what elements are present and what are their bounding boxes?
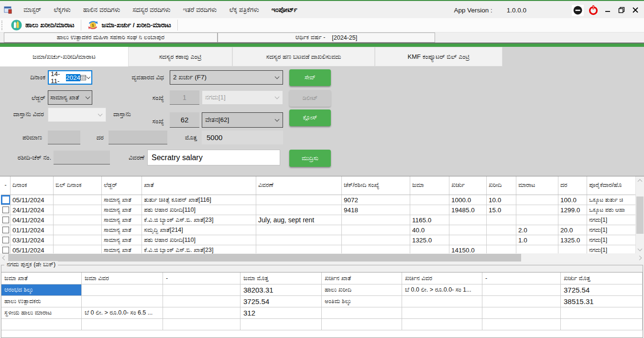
cell-expense[interactable] [449, 235, 487, 245]
daybook-cell-selected[interactable]: ಆರಂಭದ ಶಿಲ್ಕು [1, 284, 82, 295]
daybook-cell[interactable]: 38515.31 [561, 296, 643, 307]
ledger-select[interactable]: ಸಾಮಾನ್ಯ ಖಾತೆ [48, 90, 92, 105]
table-row[interactable]: 05/11/2024 ಸಾಮಾನ್ಯ ಖಾತೆ ತುರ್ತು ಚಿಕಿತ್ಸೆ … [1, 195, 636, 205]
cell-account[interactable]: ಸಮೃದ್ಧಿ ಖಾತೆ[214] [142, 225, 256, 235]
row-checkbox[interactable] [1, 235, 11, 245]
number1-input[interactable]: 1 [170, 90, 199, 105]
menu-account-sheets[interactable]: ಲೆಕ್ಕ ಪತ್ರಿಕೆಗಳು [223, 2, 265, 18]
number2-input[interactable]: 62 [170, 112, 199, 128]
grid-header-purchase[interactable]: ಖರೀದಿ [487, 176, 516, 195]
vertical-scrollbar[interactable] [635, 176, 644, 253]
cell-ledger[interactable]: ಸಾಮಾನ್ಯ ಖಾತೆ [102, 205, 142, 215]
close-form-button[interactable]: ಕ್ಲೋಸ್ [289, 109, 331, 126]
menu-other-reports[interactable]: ಇತರೆ ವರದಿಗಳು [177, 2, 223, 18]
table-row-partial[interactable]: 05/11/2024 ಸಾಮಾನ್ಯ ಖಾತೆ ಕೆ.ವಿ.ಜಿ ಬ್ಯಾಂಕ್… [1, 245, 636, 253]
cell-supplier[interactable]: ಒಕ್ಕೂಟ ಪಶು ಆಹಾ [587, 205, 636, 215]
grid-header-bill-date[interactable]: ಬಿಲ್ ದಿನಾಂಕ [54, 176, 102, 195]
daybook-cell[interactable] [482, 284, 561, 295]
cell-account[interactable]: ಕೆ.ವಿ.ಜಿ ಬ್ಯಾಂಕ್ ಎಸ್.ಬಿ. ಖಾತೆ[23] [142, 245, 256, 253]
calendar-icon[interactable] [80, 75, 90, 80]
receipt-cheque-input[interactable] [54, 151, 110, 164]
cell-purchase[interactable] [487, 245, 516, 253]
cell-expense[interactable] [449, 225, 487, 235]
grid-header-expense[interactable]: ಖರ್ಚು [449, 176, 487, 195]
cell-credit[interactable] [410, 195, 449, 205]
tab-member-deduction-entry[interactable]: ಸದಸ್ಯರ ಕಠಾವು ಎಂಟ್ರಿ [128, 47, 232, 66]
horizontal-scrollbar[interactable] [0, 253, 644, 262]
grid-header-description[interactable]: ವಿವರಣೆ [256, 176, 342, 195]
cell-bill-date[interactable] [54, 235, 102, 245]
cell-cheque-no[interactable] [342, 225, 410, 235]
cell-cheque-no[interactable] [342, 215, 410, 225]
daybook-cell[interactable] [163, 284, 240, 295]
cell-date[interactable]: 05/11/2024 [11, 195, 54, 205]
restore-button[interactable] [617, 5, 626, 15]
daybook-row[interactable]: ಆರಂಭದ ಶಿಲ್ಕು 38203.31 ಹಾಲು ಖರೀದಿ ಬೆ 0.0 … [1, 284, 643, 296]
cell-credit[interactable]: 1325.0 [410, 235, 449, 245]
daybook-cell[interactable]: ಅಂತಿಮ ಶಿಲ್ಕು [322, 296, 402, 307]
cell-date[interactable]: 01/11/2024 [11, 225, 54, 235]
cell-rate[interactable]: 1325.0 [558, 235, 587, 245]
daybook-cell[interactable] [561, 307, 643, 318]
horizontal-scroll-thumb[interactable] [8, 254, 521, 262]
daybook-cell[interactable] [322, 307, 402, 318]
grid-header-supplier[interactable]: ಪೂರೈಕೆದಾರ/ಹೊ [587, 176, 636, 195]
description-input[interactable]: Secratry salary [147, 150, 280, 165]
cell-date[interactable]: 03/11/2024 [11, 235, 54, 245]
grid-header-ledger[interactable]: ಲೆಡ್ಜರ್ [102, 176, 142, 195]
cell-cheque-no[interactable]: 9418 [342, 205, 410, 215]
tab-jama-kharchu[interactable]: ಜಮಾ/ಖರ್ಚು-ಖರೀದಿ/ಮಾರಾಟ [0, 47, 128, 66]
daybook-cell[interactable]: 38203.31 [240, 284, 322, 295]
amount-input[interactable]: 5000 [202, 131, 283, 144]
cell-ledger[interactable]: ಸಾಮಾನ್ಯ ಖಾತೆ [102, 245, 142, 253]
milk-purchase-sale-button[interactable]: ಹಾಲು ಖರೀದಿ/ಮಾರಾಟ [6, 19, 79, 32]
cell-sale[interactable] [516, 245, 558, 253]
daybook-cell[interactable] [82, 284, 163, 295]
cell-account[interactable]: ಪಶು ಆಹಾರ ಖರೀದಿ[110] [142, 235, 256, 245]
cell-date[interactable]: 24/11/2024 [11, 205, 54, 215]
daybook-cell[interactable] [482, 307, 561, 318]
grid-header-cheque-receipt-no[interactable]: ಚೆಕ್/ರಶೀದಿ ಸಂಖ್ಯೆ [342, 176, 410, 195]
cell-sale[interactable]: 2.0 [516, 225, 558, 235]
row-checkbox[interactable] [1, 215, 11, 225]
row-checkbox[interactable] [1, 195, 11, 205]
daybook-cell[interactable] [82, 296, 163, 307]
cell-ledger[interactable]: ಸಾಮಾನ್ಯ ಖಾತೆ [102, 225, 142, 235]
daybook-cell[interactable] [561, 319, 643, 330]
cell-supplier[interactable]: ನಗದು[1] [587, 225, 636, 235]
cell-bill-date[interactable] [54, 195, 102, 205]
daybook-cell[interactable] [402, 319, 482, 330]
cell-supplier[interactable]: ನಗದು[1] [587, 245, 636, 253]
row-checkbox[interactable] [1, 205, 11, 215]
cell-description[interactable] [256, 205, 342, 215]
daybook-cell[interactable] [402, 296, 482, 307]
account2-select[interactable]: ವೇತನ[62] [202, 112, 283, 128]
black-minus-circle-icon[interactable] [572, 5, 584, 16]
daybook-cell[interactable] [322, 319, 402, 330]
daybook-cell[interactable] [163, 296, 240, 307]
grid-header-sale[interactable]: ಮಾರಾಟ [516, 176, 558, 195]
daybook-row[interactable]: ಸ್ಥಳೀಯ ಹಾಲು ಮಾರಾಟ ಬೆ 0 ಲೀ. > ರೂ.0.0- ಸಂ … [1, 307, 643, 319]
tab-member-payment-entry[interactable]: ಸದಸ್ಯರ ಹಣ ಬಟವಡೆ ದಾಖಲಿಸುವದು [232, 47, 375, 66]
cell-expense[interactable] [449, 215, 487, 225]
save-button[interactable]: ಸೇವ್ [289, 69, 331, 86]
daybook-cell[interactable]: 3725.54 [561, 284, 643, 295]
cell-supplier[interactable]: ಒಕ್ಕೂಟ ತುರ್ತು ಚಿ [587, 195, 636, 205]
cell-sale[interactable] [516, 195, 558, 205]
date-input[interactable]: 14-11-2024 [48, 70, 92, 85]
cell-sale[interactable] [516, 215, 558, 225]
cell-purchase[interactable] [487, 235, 516, 245]
daybook-cell[interactable]: ಹಾಲು ಖರೀದಿ [322, 284, 402, 295]
table-row[interactable]: 01/11/2024 ಸಾಮಾನ್ಯ ಖಾತೆ ಸಮೃದ್ಧಿ ಖಾತೆ[214… [1, 225, 636, 235]
cell-expense[interactable]: 19485.0 [449, 205, 487, 215]
tab-kmf-computer-bill-entry[interactable]: KMF ಕಂಪ್ಯೂಟರ್ ಬಿಲ್ ಎಂಟ್ರಿ [375, 47, 502, 66]
grid-header-credit[interactable]: ಜಮಾ [410, 176, 449, 195]
cell-purchase[interactable] [487, 225, 516, 235]
cell-description[interactable] [256, 195, 342, 205]
cell-sale[interactable]: 1.0 [516, 235, 558, 245]
menu-member-reports[interactable]: ಸದಸ್ಯರ ವರದಿಗಳು [126, 2, 176, 18]
cell-description[interactable]: July, aug, sept rent [256, 215, 342, 225]
cell-cheque-no[interactable] [342, 235, 410, 245]
daybook-row-empty[interactable] [1, 319, 643, 330]
table-row[interactable]: 04/11/2024 ಸಾಮಾನ್ಯ ಖಾತೆ ಕೆ.ವಿ.ಜಿ ಬ್ಯಾಂಕ್… [1, 215, 636, 225]
